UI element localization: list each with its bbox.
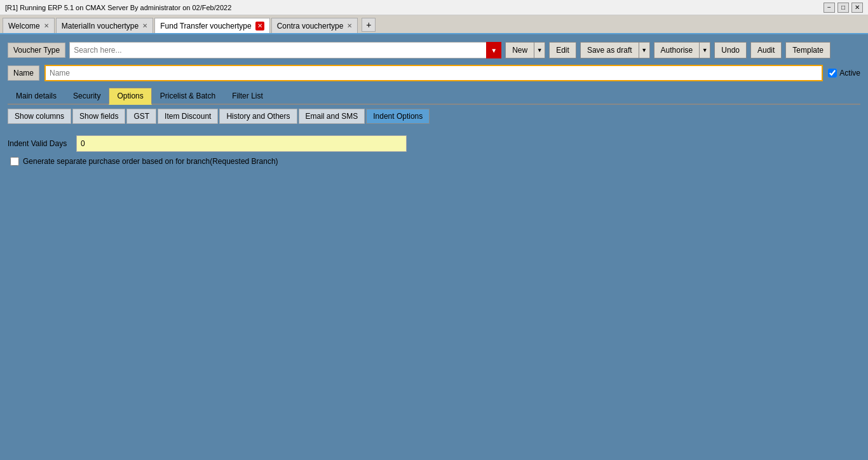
sub-tab-item-discount[interactable]: Item Discount xyxy=(158,109,218,124)
tab-security[interactable]: Security xyxy=(65,88,109,104)
name-label: Name xyxy=(8,65,39,81)
tab-fundtransfer-close[interactable]: ✕ xyxy=(255,22,264,30)
tab-materialin[interactable]: MaterialIn vouchertype ✕ xyxy=(56,18,153,33)
tab-add-button[interactable]: + xyxy=(362,18,376,32)
generate-po-row: Generate separate purchase order based o… xyxy=(10,157,860,166)
tab-fundtransfer-label: Fund Transfer vouchertype xyxy=(160,22,251,30)
tab-bar: Welcome ✕ MaterialIn vouchertype ✕ Fund … xyxy=(0,15,868,34)
generate-po-checkbox[interactable] xyxy=(10,157,19,166)
generate-po-label: Generate separate purchase order based o… xyxy=(23,157,278,166)
indent-valid-days-input[interactable] xyxy=(76,135,407,152)
sub-tab-gst[interactable]: GST xyxy=(126,109,156,124)
tab-contra-label: Contra vouchertype xyxy=(277,22,344,30)
active-checkbox[interactable] xyxy=(828,69,837,78)
tab-contra-close[interactable]: ✕ xyxy=(347,22,352,29)
sub-tab-show-fields[interactable]: Show fields xyxy=(72,109,125,124)
title-bar: [R1] Running ERP 5.1 on CMAX Server By a… xyxy=(0,0,868,15)
tab-materialin-label: MaterialIn vouchertype xyxy=(62,22,139,30)
maximize-button[interactable]: □ xyxy=(837,3,849,13)
active-label: Active xyxy=(839,69,860,78)
indent-valid-days-row: Indent Valid Days xyxy=(8,135,860,152)
voucher-type-label: Voucher Type xyxy=(8,43,65,58)
title-bar-controls: − □ ✕ xyxy=(824,3,863,13)
search-container xyxy=(69,42,501,58)
tab-pricelist-batch[interactable]: Pricelist & Batch xyxy=(152,88,224,104)
authorise-button-group: Authorise ▼ xyxy=(654,42,711,58)
name-input[interactable] xyxy=(44,65,823,81)
tab-filter-list[interactable]: Filter List xyxy=(224,88,271,104)
authorise-button[interactable]: Authorise xyxy=(654,42,700,58)
tab-contra[interactable]: Contra vouchertype ✕ xyxy=(271,18,358,33)
save-as-draft-group: Save as draft ▼ xyxy=(580,42,650,58)
tab-welcome-label: Welcome xyxy=(8,22,40,30)
edit-button[interactable]: Edit xyxy=(549,42,576,58)
sub-tab-indent-options[interactable]: Indent Options xyxy=(366,109,430,124)
title-bar-text: [R1] Running ERP 5.1 on CMAX Server By a… xyxy=(5,4,231,11)
indent-valid-days-label: Indent Valid Days xyxy=(8,139,71,148)
template-button[interactable]: Template xyxy=(785,42,831,58)
new-button-group: New ▼ xyxy=(505,42,545,58)
tab-materialin-close[interactable]: ✕ xyxy=(142,22,147,29)
tab-welcome[interactable]: Welcome ✕ xyxy=(3,18,55,33)
name-row: Name Active xyxy=(8,65,860,81)
tab-options[interactable]: Options xyxy=(109,88,151,105)
save-draft-arrow-button[interactable]: ▼ xyxy=(639,42,650,58)
search-dropdown-button[interactable] xyxy=(486,42,501,58)
sub-tab-show-columns[interactable]: Show columns xyxy=(8,109,71,124)
tab-fundtransfer[interactable]: Fund Transfer vouchertype ✕ xyxy=(154,18,269,33)
sub-tab-history-others[interactable]: History and Others xyxy=(219,109,297,124)
tab-welcome-close[interactable]: ✕ xyxy=(44,22,49,29)
sub-tab-email-sms[interactable]: Email and SMS xyxy=(299,109,365,124)
sub-tab-navigation: Show columns Show fields GST Item Discou… xyxy=(8,105,860,124)
new-arrow-button[interactable]: ▼ xyxy=(534,42,545,58)
save-as-draft-button[interactable]: Save as draft xyxy=(580,42,639,58)
tab-navigation: Main details Security Options Pricelist … xyxy=(8,88,860,105)
authorise-arrow-button[interactable]: ▼ xyxy=(699,42,710,58)
undo-button[interactable]: Undo xyxy=(714,42,747,58)
active-container: Active xyxy=(828,69,860,78)
main-content: Voucher Type New ▼ Edit Save as draft ▼ … xyxy=(0,34,868,179)
new-button[interactable]: New xyxy=(505,42,534,58)
search-input[interactable] xyxy=(69,42,501,58)
close-button[interactable]: ✕ xyxy=(851,3,863,13)
tab-main-details[interactable]: Main details xyxy=(8,88,65,104)
indent-options-panel: Indent Valid Days Generate separate purc… xyxy=(8,130,860,171)
toolbar-row: Voucher Type New ▼ Edit Save as draft ▼ … xyxy=(8,42,860,58)
audit-button[interactable]: Audit xyxy=(750,42,782,58)
minimize-button[interactable]: − xyxy=(824,3,835,13)
